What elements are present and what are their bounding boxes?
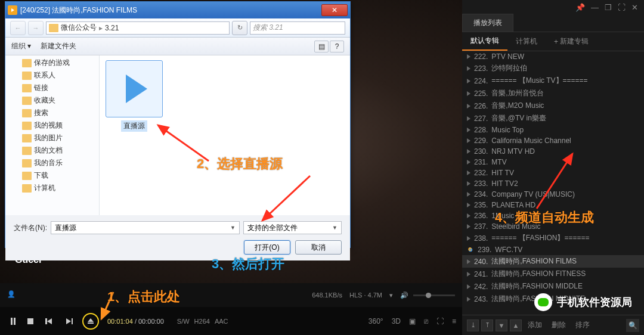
play-icon xyxy=(467,272,470,277)
playlist-item[interactable]: 240. 法國時尚,FASHION FILMS xyxy=(462,255,644,268)
playlist-item[interactable]: 242. 法國時尚,FASHION MIDDLE xyxy=(462,280,644,293)
tree-item[interactable]: 链接 xyxy=(5,82,99,94)
tree-item[interactable]: 收藏夹 xyxy=(5,94,99,107)
folder-icon xyxy=(22,84,32,92)
search-input[interactable]: 搜索 3.21 xyxy=(250,21,345,35)
playlist-item[interactable]: 238. ====== 【FASHION】====== xyxy=(462,232,644,244)
move-bottom-button[interactable]: ⤓ xyxy=(467,320,479,331)
move-top-button[interactable]: ⤒ xyxy=(481,320,493,331)
network-speed: 648.1KB/s xyxy=(312,291,342,299)
playlist-header: 播放列表 xyxy=(462,14,644,32)
playlist-item[interactable]: 231. MTV xyxy=(462,157,644,168)
tree-item[interactable]: 下载 xyxy=(5,169,99,182)
play-icon xyxy=(467,128,470,132)
add-button[interactable]: 添加 xyxy=(524,320,546,330)
nav-bar: ← → 微信公众号 ▸ 3.21 ↻ 搜索 3.21 xyxy=(5,18,350,38)
playlist-item[interactable]: 224. ====== 【Music TV】====== xyxy=(462,75,644,87)
menu-icon[interactable]: ≡ xyxy=(452,317,456,325)
tree-item[interactable]: 我的音乐 xyxy=(5,157,99,169)
minimize-icon[interactable]: — xyxy=(591,3,599,12)
codec-tag: H264 xyxy=(194,318,210,325)
breadcrumb[interactable]: 微信公众号 ▸ 3.21 xyxy=(46,21,230,35)
sort-button[interactable]: 排序 xyxy=(572,320,593,330)
nav-back-button[interactable]: ← xyxy=(10,21,26,35)
capture-icon[interactable]: ▣ xyxy=(409,317,416,325)
window-controls: 📌 — ❐ ⛶ ✕ xyxy=(462,0,644,14)
prev-button[interactable] xyxy=(44,316,55,327)
dialog-toolbar: 组织 ▾ 新建文件夹 ▤ ? xyxy=(5,38,350,55)
tree-item[interactable]: 保存的游戏 xyxy=(5,57,99,69)
playlist-item[interactable]: 222. PTV NEW xyxy=(462,51,644,62)
delete-button[interactable]: 删除 xyxy=(548,320,569,330)
folder-tree[interactable]: 保存的游戏联系人链接收藏夹搜索我的视频我的图片我的文档我的音乐下载计算机 xyxy=(5,55,100,215)
nav-forward-button[interactable]: → xyxy=(28,21,44,35)
tree-item[interactable]: 我的文档 xyxy=(5,144,99,157)
folder-icon xyxy=(22,72,32,80)
tree-item[interactable]: 计算机 xyxy=(5,182,99,194)
user-icon[interactable]: 👤 xyxy=(7,290,17,300)
filetype-select[interactable]: 支持的全部文件 ▼ xyxy=(243,221,342,234)
file-thumbnail xyxy=(106,60,163,117)
next-button[interactable] xyxy=(63,316,74,327)
tree-item[interactable]: 搜索 xyxy=(5,107,99,119)
search-icon[interactable]: 🔍 xyxy=(626,319,639,332)
playlist-item[interactable]: 230. NRJ MTV HD xyxy=(462,146,644,157)
tree-item[interactable]: 联系人 xyxy=(5,69,99,82)
chevron-down-icon[interactable]: ▾ xyxy=(389,291,393,299)
tree-item[interactable]: 我的图片 xyxy=(5,132,99,144)
eject-button[interactable] xyxy=(82,313,99,330)
fullscreen-icon[interactable]: ⛶ xyxy=(436,317,444,325)
subtab-new[interactable]: 新建专辑 xyxy=(546,32,597,51)
organize-menu[interactable]: 组织 ▾ xyxy=(11,41,31,51)
subtab-computer[interactable]: 计算机 xyxy=(507,32,546,51)
playlist-item[interactable]: 227. 音樂,@TV in樂臺 xyxy=(462,112,644,125)
help-button[interactable]: ? xyxy=(330,41,344,52)
playlist-item[interactable]: 237. Steelbird Music xyxy=(462,221,644,232)
tree-item[interactable]: 我的视频 xyxy=(5,119,99,132)
move-up-button[interactable]: ▲ xyxy=(510,320,522,331)
playlist-item[interactable]: 225. 音樂,加州音悦台 xyxy=(462,87,644,100)
playlist-item[interactable]: 236. 1Music xyxy=(462,210,644,221)
pin-icon[interactable]: 📌 xyxy=(575,3,585,12)
play-icon xyxy=(467,104,470,108)
refresh-button[interactable]: ↻ xyxy=(232,21,247,35)
new-folder-button[interactable]: 新建文件夹 xyxy=(41,41,76,51)
playlist-item[interactable]: 226. 音樂,M2O Music xyxy=(462,100,644,112)
cancel-button[interactable]: 取消 xyxy=(295,240,342,255)
playlist-item[interactable]: 239. WFC.TV xyxy=(462,244,644,255)
playlist-item[interactable]: 234. Company TV (US|MUSIC) xyxy=(462,189,644,200)
subtitle-icon[interactable]: ⎚ xyxy=(424,317,428,325)
restore-icon[interactable]: ❐ xyxy=(605,3,612,12)
play-icon xyxy=(467,224,470,229)
open-button[interactable]: 打开(O) xyxy=(244,240,290,255)
player-controls: 00:01:04 / 00:00:00 S/WH264AAC 360° 3D ▣… xyxy=(0,307,462,335)
folder-icon xyxy=(22,134,32,142)
maximize-icon[interactable]: ⛶ xyxy=(618,3,626,12)
stop-button[interactable] xyxy=(25,316,36,327)
3d-button[interactable]: 3D xyxy=(392,317,401,325)
close-button[interactable]: ✕ xyxy=(321,4,348,16)
filename-input[interactable]: 直播源 ▼ xyxy=(51,221,240,234)
folder-icon xyxy=(22,159,32,168)
folder-icon xyxy=(22,147,32,155)
playlist-list[interactable]: 222. PTV NEW223. 沙特阿拉伯224. ====== 【Music… xyxy=(462,51,644,314)
volume-icon[interactable]: 🔊 xyxy=(400,291,408,299)
vr-button[interactable]: 360° xyxy=(369,317,383,325)
pause-button[interactable] xyxy=(6,316,17,327)
playlist-item[interactable]: 229. California Music Channel xyxy=(462,135,644,146)
playlist-item[interactable]: 233. HIT TV2 xyxy=(462,178,644,189)
playlist-item[interactable]: 232. HIT TV xyxy=(462,168,644,178)
playlist-item[interactable]: 223. 沙特阿拉伯 xyxy=(462,62,644,75)
play-icon xyxy=(467,66,470,71)
playlist-item[interactable]: 235. PLANETA HD xyxy=(462,200,644,210)
subtab-default[interactable]: 默认专辑 xyxy=(462,32,507,51)
stream-info: HLS · 4.7M xyxy=(349,291,382,299)
volume-slider[interactable] xyxy=(413,294,455,296)
move-down-button[interactable]: ▼ xyxy=(496,320,507,331)
file-item[interactable]: 直播源 xyxy=(104,60,164,132)
view-mode-button[interactable]: ▤ xyxy=(314,41,329,52)
playlist-item[interactable]: 228. Music Top xyxy=(462,125,644,135)
playlist-item[interactable]: 241. 法國時尚,FASHION FITNESS xyxy=(462,268,644,280)
file-list[interactable]: 直播源 xyxy=(100,55,350,215)
close-icon[interactable]: ✕ xyxy=(631,3,638,12)
